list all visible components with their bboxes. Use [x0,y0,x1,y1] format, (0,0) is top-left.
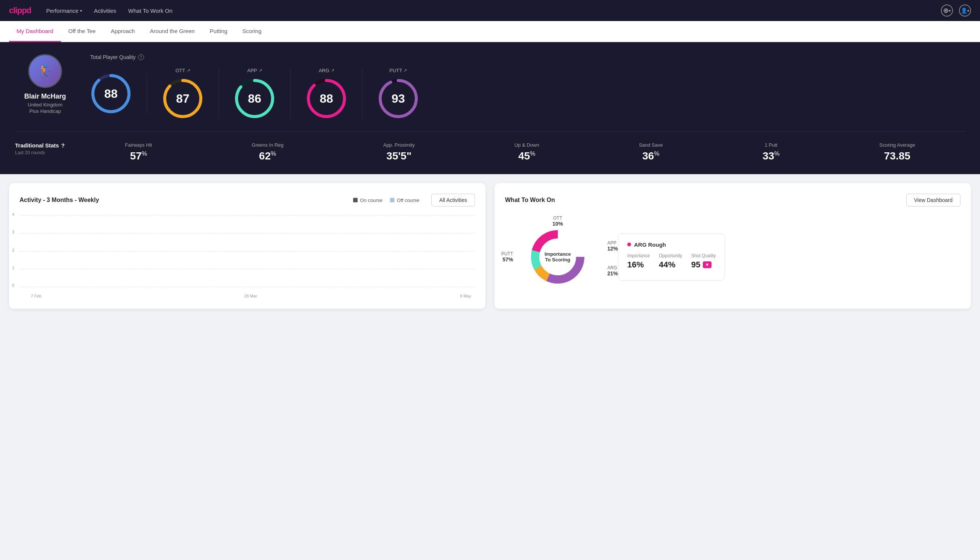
ring-ott: 87 [162,78,203,119]
tab-off-the-tee[interactable]: Off the Tee [61,21,103,42]
legend-on-course: On course [353,197,383,203]
top-nav: clippd Performance ▾ Activities What To … [0,0,980,21]
score-total: 88 [90,73,147,114]
nav-what-to-work-on[interactable]: What To Work On [128,6,173,15]
legend-dot-off-course [390,198,394,202]
chevron-down-icon: ▾ [949,8,951,13]
tab-putting[interactable]: Putting [202,21,235,42]
donut-section: PUTT 57% OTT 10% APP 12% ARG 21% [505,215,960,298]
chart-legend: On course Off course [353,197,419,203]
scores-row: 88 OTT ↗ 87 [90,68,965,119]
stat-up-down: Up & Down 45% [514,142,539,162]
view-dashboard-button[interactable]: View Dashboard [906,194,960,207]
nav-performance[interactable]: Performance ▾ [46,6,82,15]
score-putt: PUTT ↗ 93 [363,68,434,119]
chevron-down-icon: ▾ [80,8,82,13]
logo: clippd [9,6,31,15]
arrow-icon: ↗ [331,68,334,73]
player-handicap: Plus Handicap [29,108,61,114]
quality-section: Total Player Quality ? 88 [90,54,965,119]
stat-one-putt: 1 Putt 33% [763,142,780,162]
x-label-mar: 28 Mar [244,294,257,298]
bar-chart-area: 4 3 2 1 0 [20,215,475,298]
shot-quality-badge: ▼ [703,262,712,268]
stat-sand-save: Sand Save 36% [639,142,663,162]
nav-right: ⊕ ▾ 👤 ▾ [941,5,971,17]
activity-chart-header: Activity - 3 Months - Weekly On course O… [20,194,475,207]
stats-label-col: Traditional Stats ? Last 20 rounds [15,142,75,155]
avatar: 🏌️ [28,54,62,88]
score-value-total: 88 [104,87,118,100]
help-icon[interactable]: ? [61,142,65,148]
activity-chart-title: Activity - 3 Months - Weekly [20,197,99,203]
what-to-work-on-title: What To Work On [505,197,555,203]
score-value-arg: 88 [319,92,333,106]
ring-arg: 88 [306,78,347,119]
score-label-arg: ARG ↗ [318,68,334,73]
ring-putt: 93 [378,78,419,119]
all-activities-button[interactable]: All Activities [431,194,475,207]
score-value-ott: 87 [176,92,190,106]
metric-importance: Importance 16% [627,253,650,270]
bars-container [27,215,475,287]
stats-title: Traditional Stats ? [15,142,75,148]
donut-label-app: APP 12% [607,240,618,252]
info-card: ARG Rough Importance 16% Opportunity 44% [618,233,725,280]
what-to-work-on-card: What To Work On View Dashboard PUTT 57% … [494,183,971,309]
metric-shot-quality: Shot Quality 95 ▼ [691,253,715,270]
add-button[interactable]: ⊕ ▾ [941,5,953,17]
ring-app: 86 [234,78,275,119]
nav-links: Performance ▾ Activities What To Work On [46,6,941,15]
score-ott: OTT ↗ 87 [147,68,219,119]
traditional-stats: Traditional Stats ? Last 20 rounds Fairw… [15,131,965,162]
what-to-work-on-header: What To Work On View Dashboard [505,194,960,207]
score-app: APP ↗ 86 [219,68,291,119]
quality-label: Total Player Quality ? [90,54,965,60]
player-row: 🏌️ Blair McHarg United Kingdom Plus Hand… [15,54,965,119]
dot-red-icon [627,243,631,246]
ring-total: 88 [90,73,131,114]
score-label-putt: PUTT ↗ [389,68,407,73]
hero-section: 🏌️ Blair McHarg United Kingdom Plus Hand… [0,42,980,174]
donut-label-putt: PUTT 57% [501,251,513,263]
tab-around-the-green[interactable]: Around the Green [143,21,202,42]
stat-fairways-hit: Fairways Hit 57% [125,142,152,162]
tab-approach[interactable]: Approach [103,21,142,42]
x-label-feb: 7 Feb [31,294,42,298]
score-value-putt: 93 [391,92,405,106]
stat-greens-in-reg: Greens In Reg 62% [251,142,284,162]
donut-label-arg: ARG 21% [607,265,618,277]
arrow-icon: ↗ [187,68,190,73]
nav-activities[interactable]: Activities [94,6,116,15]
arrow-icon: ↗ [404,68,407,73]
player-info: 🏌️ Blair McHarg United Kingdom Plus Hand… [15,54,75,114]
stats-subtitle: Last 20 rounds [15,150,75,155]
donut-center: Importance To Scoring [544,251,571,263]
x-labels: 7 Feb 28 Mar 9 May [27,294,475,298]
activity-chart-card: Activity - 3 Months - Weekly On course O… [9,183,486,309]
stat-scoring-avg: Scoring Average 73.85 [879,142,915,162]
tab-scoring[interactable]: Scoring [235,21,269,42]
score-label-ott: OTT ↗ [176,68,190,73]
tab-my-dashboard[interactable]: My Dashboard [9,21,61,42]
plus-icon: ⊕ [943,7,949,15]
legend-dot-on-course [353,198,358,202]
x-label-may: 9 May [460,294,471,298]
info-metrics: Importance 16% Opportunity 44% Shot Qual… [627,253,715,270]
legend-off-course: Off course [390,197,419,203]
player-country: United Kingdom [28,102,63,108]
info-card-header: ARG Rough [627,242,715,248]
tab-bar: My Dashboard Off the Tee Approach Around… [0,21,980,42]
user-menu-button[interactable]: 👤 ▾ [959,5,971,17]
stat-items: Fairways Hit 57% Greens In Reg 62% App. … [75,142,965,162]
user-icon: 👤 [961,8,967,13]
score-value-app: 86 [248,92,261,106]
stat-app-proximity: App. Proximity 35'5" [383,142,415,162]
donut-label-ott: OTT 10% [552,215,563,227]
donut-chart: Importance To Scoring [527,227,588,287]
bottom-section: Activity - 3 Months - Weekly On course O… [0,174,980,318]
help-icon[interactable]: ? [138,54,144,60]
score-label-app: APP ↗ [247,68,262,73]
player-name: Blair McHarg [24,93,66,100]
score-arg: ARG ↗ 88 [291,68,363,119]
